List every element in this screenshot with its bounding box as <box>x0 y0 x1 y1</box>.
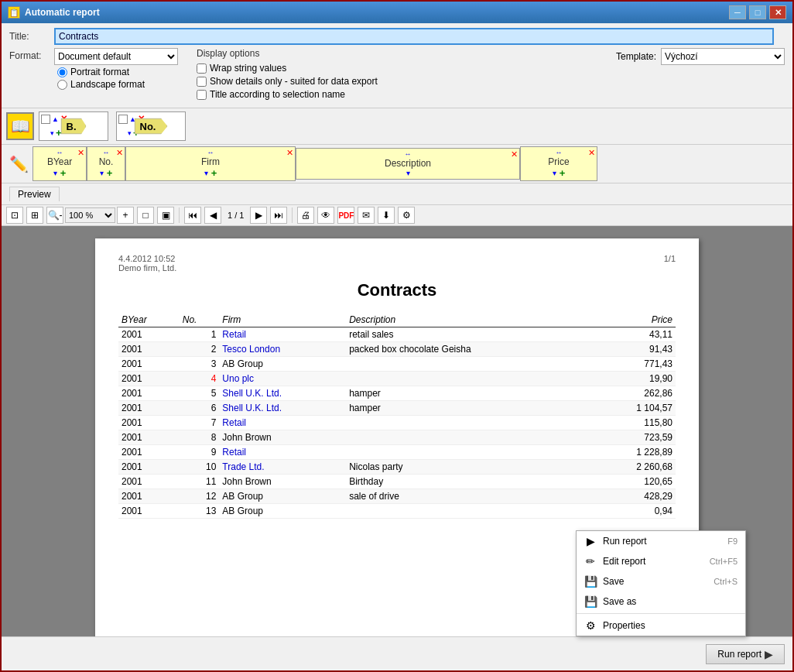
cell-price: 115,80 <box>594 416 676 430</box>
preview-btn[interactable]: 👁 <box>317 207 334 224</box>
col-header-firm: ✕ ↔ Firm ▾ + <box>125 146 296 181</box>
table-row: 2001 6 Shell U.K. Ltd. hamper 1 104,57 <box>118 401 676 416</box>
cell-byear: 2001 <box>118 342 180 357</box>
portrait-option[interactable]: Portrait format <box>57 67 178 77</box>
col-b-checkbox[interactable] <box>41 115 50 124</box>
title-label: Title: <box>9 31 48 42</box>
no-down-arrow: ▾ <box>100 169 104 177</box>
columns-area: ✏️ ✕ ↔ BYear ▾ + ✕ ↔ No. ▾ + ✕ ↔ <box>2 145 792 183</box>
run-report-button[interactable]: Run report ▶ <box>706 644 785 664</box>
cell-desc: hamper <box>346 386 594 401</box>
no-close-btn[interactable]: ✕ <box>116 148 123 158</box>
cell-byear: 2001 <box>118 430 180 445</box>
byear-bottom: ▾ + <box>53 167 67 179</box>
format-controls: Document default Portrait format Landsca… <box>54 48 178 90</box>
export-btn[interactable]: ⬇ <box>378 207 395 224</box>
context-menu-item[interactable]: 💾 Save as <box>577 591 745 612</box>
ctx-item-icon: ▶ <box>584 535 597 547</box>
cell-desc: Birthday <box>346 475 594 489</box>
print-btn[interactable]: 🖨 <box>297 207 314 224</box>
zoom-out-btn[interactable]: 🔍- <box>46 207 63 224</box>
firm-name: Firm <box>201 156 220 167</box>
email-btn[interactable]: ✉ <box>358 207 375 224</box>
book-icon: 📖 <box>6 112 34 140</box>
close-button[interactable]: ✕ <box>769 5 786 19</box>
th-no: No. <box>180 313 220 327</box>
window-icon: 📋 <box>8 6 20 19</box>
table-row: 2001 1 Retail retail sales 43,11 <box>118 327 676 342</box>
cell-no: 1 <box>180 327 220 342</box>
table-header-row: BYear No. Firm Description Price <box>118 313 676 327</box>
cell-price: 91,43 <box>594 342 676 357</box>
table-row: 2001 12 AB Group sale of drive 428,29 <box>118 489 676 504</box>
cell-firm: John Brown <box>219 475 346 489</box>
show-details-option[interactable]: Show details only - suited for data expo… <box>197 76 378 87</box>
cell-firm: AB Group <box>219 489 346 504</box>
orientation-group: Portrait format Landscape format <box>57 67 178 90</box>
col-b-label: B. <box>61 118 87 135</box>
pdf-btn[interactable]: PDF <box>337 207 354 224</box>
context-menu-item[interactable]: 💾 Save Ctrl+S <box>577 571 745 591</box>
price-close-btn[interactable]: ✕ <box>588 148 595 158</box>
col-no-checkbox[interactable] <box>118 115 128 124</box>
window-controls: ─ □ ✕ <box>729 5 786 19</box>
zoom-in-btn[interactable]: + <box>117 207 134 224</box>
double-page-btn[interactable]: ▣ <box>157 207 174 224</box>
cell-desc <box>346 430 594 445</box>
context-menu-item[interactable]: ✏ Edit report Ctrl+F5 <box>577 551 745 571</box>
col-header-price: ✕ ↔ Price ▾ + <box>520 146 597 181</box>
cell-desc <box>346 372 594 386</box>
context-menu: ▶ Run report F9 ✏ Edit report Ctrl+F5 💾 … <box>576 530 746 636</box>
pencil-icon: ✏️ <box>5 150 33 178</box>
title-row: Title: <box>9 28 785 45</box>
col-no-down-arrow: ▾ <box>128 129 132 137</box>
last-page-btn[interactable]: ⏭ <box>270 207 287 224</box>
minimize-button[interactable]: ─ <box>729 5 746 19</box>
firm-close-btn[interactable]: ✕ <box>286 148 293 158</box>
title-selection-option[interactable]: Title according to selection name <box>197 89 378 100</box>
landscape-option[interactable]: Landscape format <box>57 79 178 90</box>
byear-down-arrow: ▾ <box>53 169 57 177</box>
byear-close-btn[interactable]: ✕ <box>77 148 84 158</box>
toolbar-area: 📖 ▲ ✕ ▾ + B. <box>2 108 792 145</box>
title-input[interactable] <box>54 28 774 45</box>
format-select[interactable]: Document default <box>54 48 178 65</box>
firm-plus: + <box>211 167 217 179</box>
ctx-item-icon: ⚙ <box>584 619 597 632</box>
report-page-num: 1/1 <box>664 254 676 273</box>
cell-no: 13 <box>180 504 220 519</box>
cell-firm: John Brown <box>219 430 346 445</box>
prev-page-btn[interactable]: ◀ <box>204 207 221 224</box>
desc-resize: ↔ <box>405 150 412 158</box>
col-no-arrow: No. <box>135 118 168 135</box>
cell-no: 3 <box>180 357 220 372</box>
wrap-string-option[interactable]: Wrap string values <box>197 63 378 74</box>
cell-desc: Nicolas party <box>346 460 594 475</box>
cell-byear: 2001 <box>118 327 180 342</box>
cell-firm: Shell U.K. Ltd. <box>219 386 346 401</box>
run-btn-arrow-icon: ▶ <box>765 648 773 660</box>
price-name: Price <box>548 156 569 167</box>
settings-btn[interactable]: ⚙ <box>398 207 415 224</box>
single-page-btn[interactable]: □ <box>137 207 154 224</box>
th-byear: BYear <box>118 313 180 327</box>
fit-width-btn[interactable]: ⊡ <box>6 207 23 224</box>
menu-separator <box>577 613 745 614</box>
next-page-btn[interactable]: ▶ <box>250 207 267 224</box>
template-select[interactable]: Výchozí <box>661 48 785 65</box>
cell-price: 428,29 <box>594 489 676 504</box>
fit-page-btn[interactable]: ⊞ <box>26 207 43 224</box>
context-menu-item[interactable]: ▶ Run report F9 <box>577 531 745 551</box>
ctx-item-icon: 💾 <box>584 595 597 608</box>
maximize-button[interactable]: □ <box>749 5 766 19</box>
cell-price: 120,65 <box>594 475 676 489</box>
cell-desc: retail sales <box>346 327 594 342</box>
bottom-bar: Run report ▶ <box>2 636 792 670</box>
th-desc: Description <box>346 313 594 327</box>
context-menu-item[interactable]: ⚙ Properties <box>577 615 745 636</box>
first-page-btn[interactable]: ⏮ <box>184 207 201 224</box>
preview-tab[interactable]: Preview <box>9 187 60 201</box>
zoom-select[interactable]: 100 % <box>65 207 115 223</box>
cell-byear: 2001 <box>118 386 180 401</box>
desc-close-btn[interactable]: ✕ <box>511 149 518 159</box>
